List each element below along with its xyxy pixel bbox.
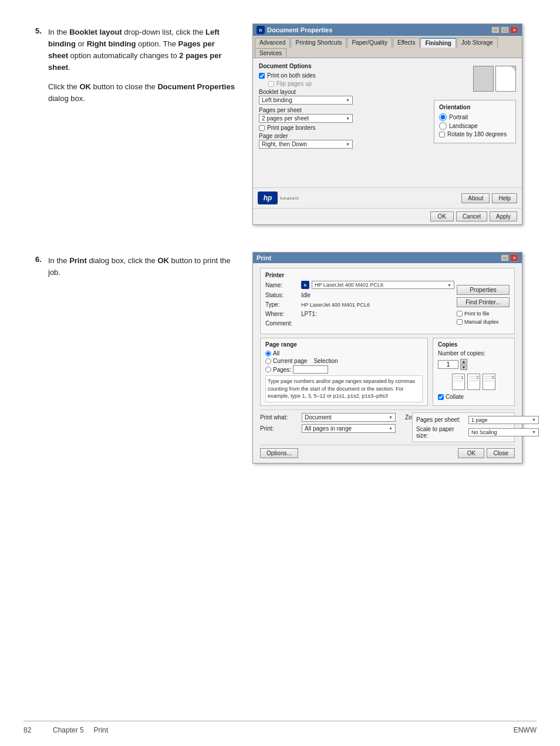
document-options-label: Document Options [259,63,429,69]
step5-main-text: In the Booklet layout drop-down list, cl… [48,26,235,74]
collate-checkbox[interactable] [438,394,444,400]
collate-row[interactable]: Collate [438,394,510,400]
about-btn[interactable]: About [461,193,490,203]
pages-label: Pages: [273,367,291,373]
selection-label: Selection [313,358,338,364]
orientation-label: Orientation [439,104,511,110]
print-borders-label: Print page borders [267,125,315,131]
pages-per-sheet-select[interactable]: 2 pages per sheet [259,114,353,123]
pages-radio[interactable] [265,367,271,372]
type-label: Type: [265,301,298,308]
booklet-layout-value: Left binding [262,97,292,103]
copies-down-btn[interactable]: ▼ [460,365,467,370]
landscape-radio-row[interactable]: Landscape [439,122,511,130]
print-ok-btn[interactable]: OK [458,448,484,458]
manual-duplex-label: Manual duplex [464,319,499,325]
flip-pages-label: Flip pages up [276,80,312,87]
print-both-sides-checkbox[interactable] [259,73,265,79]
pages-per-sheet-value: 2 pages per sheet [262,115,309,122]
rotate-label: Rotate by 180 degrees [447,131,507,137]
rotate-checkbox-row[interactable]: Rotate by 180 degrees [439,131,511,137]
portrait-label: Portrait [449,114,468,120]
ok-btn[interactable]: OK [430,211,454,221]
cancel-btn[interactable]: Cancel [456,211,487,221]
flip-pages-checkbox[interactable] [268,81,274,87]
print-range-label: Print: [260,425,298,432]
current-page-radio-row[interactable]: Current page Selection [265,358,423,364]
scale-select[interactable]: No Scaling [468,428,539,436]
print-borders-row[interactable]: Print page borders [259,125,429,131]
minimize-btn[interactable]: ─ [491,26,500,33]
pages-preview: 1 2 [438,374,510,390]
page-order-value: Right, then Down [262,141,307,147]
portrait-radio[interactable] [439,113,447,121]
copies-section-label: Copies [438,341,510,348]
page-order-label: Page order [259,133,429,139]
print-to-file-row[interactable]: Print to file [457,311,490,317]
step5-number: 5. [35,26,46,105]
options-btn[interactable]: Options... [260,448,298,458]
print-what-select[interactable]: Document [302,413,396,422]
scale-label: Scale to paper size: [416,426,466,439]
current-page-radio[interactable] [265,358,271,364]
print-borders-checkbox[interactable] [259,125,265,131]
footer-page-number: 82 [23,726,47,734]
rotate-checkbox[interactable] [439,132,445,137]
find-printer-btn[interactable]: Find Printer... [457,297,510,307]
print-minimize-btn[interactable]: ─ [501,254,509,261]
copies-input[interactable] [438,360,458,369]
status-label: Status: [265,292,298,298]
pages-per-sheet-zoom-value: 1 page [471,417,488,423]
print-dialog: Print ─ ✕ Printer [252,252,522,463]
maximize-btn[interactable]: □ [501,26,509,33]
booklet-layout-label: Booklet layout [259,89,429,95]
tab-job-storage[interactable]: Job Storage [457,38,498,48]
print-range-value: All pages in range [305,425,352,432]
apply-btn[interactable]: Apply [490,211,517,221]
tab-services[interactable]: Services [255,48,286,58]
tab-paper-quality[interactable]: Paper/Quality [347,38,392,48]
footer-chapter: Chapter 5 [53,726,84,734]
landscape-label: Landscape [449,123,478,129]
page-order-select[interactable]: Right, then Down [259,140,353,149]
properties-btn[interactable]: Properties [457,285,510,295]
all-label: All [273,350,279,357]
pages-radio-row[interactable]: Pages: [265,365,423,374]
footer-section: Print [93,726,108,734]
tab-bar: Advanced Printing Shortcuts Paper/Qualit… [253,36,522,58]
print-range-select[interactable]: All pages in range [302,424,396,433]
printer-name-select[interactable]: HP LaserJet 400 M401 PCL6 [312,281,454,289]
printer-icon: h [301,281,309,289]
flip-pages-row[interactable]: Flip pages up [268,80,429,87]
tab-effects[interactable]: Effects [393,38,420,48]
manual-duplex-checkbox[interactable] [457,319,463,325]
print-both-sides-row[interactable]: Print on both sides [259,72,429,79]
print-close-btn[interactable]: Close [487,448,515,458]
where-value: LPT1: [301,311,317,317]
pages-input[interactable] [293,365,328,374]
tab-printing-shortcuts[interactable]: Printing Shortcuts [291,38,346,48]
copies-up-btn[interactable]: ▲ [460,359,467,364]
hp-company-name: hewlett [280,196,299,201]
document-properties-dialog: h Document Properties ─ □ ✕ Advanced Pri… [252,23,522,225]
footer-brand: ENWW [514,726,537,734]
pages-per-sheet-zoom-select[interactable]: 1 page [468,416,539,424]
tab-advanced[interactable]: Advanced [255,38,290,48]
printer-name-value: HP LaserJet 400 M401 PCL6 [315,282,383,288]
print-close-btn[interactable]: ✕ [510,254,518,261]
portrait-radio-row[interactable]: Portrait [439,113,511,121]
all-radio[interactable] [265,351,271,357]
current-page-label: Current page [273,358,307,364]
tab-finishing[interactable]: Finishing [420,38,456,48]
close-btn[interactable]: ✕ [510,26,518,33]
landscape-radio[interactable] [439,122,447,130]
print-what-value: Document [305,414,332,421]
booklet-layout-select[interactable]: Left binding [259,96,353,105]
step5-note: Click the OK button to close the Documen… [48,81,235,105]
name-label: Name: [265,282,298,288]
print-to-file-checkbox[interactable] [457,311,463,317]
manual-duplex-row[interactable]: Manual duplex [457,319,499,325]
all-radio-row[interactable]: All [265,350,423,357]
copies-label: Number of copies: [438,350,510,357]
help-btn[interactable]: Help [492,193,517,203]
